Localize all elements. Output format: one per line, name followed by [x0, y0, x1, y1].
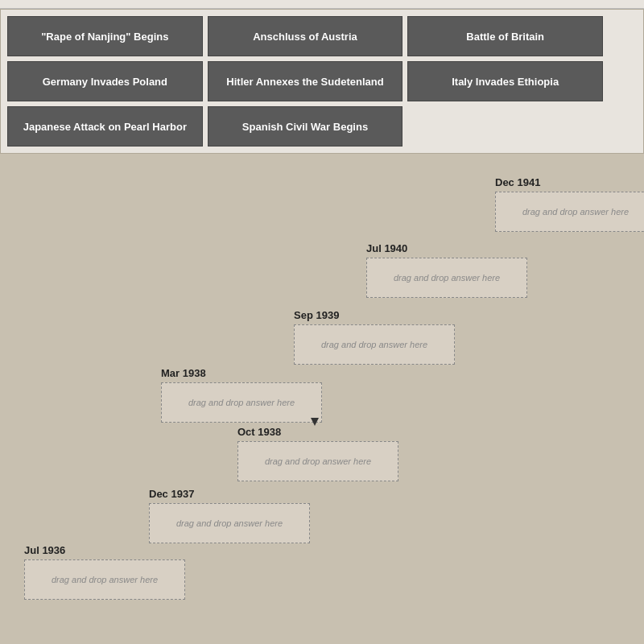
item-card-spanish-civil-war[interactable]: Spanish Civil War Begins — [208, 106, 403, 147]
timeline-entry-jul-1936: Jul 1936drag and drop answer here — [24, 544, 185, 600]
timeline-entry-dec-1941: Dec 1941drag and drop answer here — [495, 176, 644, 232]
item-bank-grid: "Rape of Nanjing" BeginsAnschluss of Aus… — [7, 16, 603, 147]
timeline-entry-oct-1938: Oct 1938drag and drop answer here — [237, 426, 398, 481]
drop-zone-dec-1937[interactable]: drag and drop answer here — [149, 503, 310, 543]
drop-zone-oct-1938[interactable]: drag and drop answer here — [237, 441, 398, 481]
timeline-label-oct-1938: Oct 1938 — [237, 426, 398, 438]
timeline-entry-dec-1937: Dec 1937drag and drop answer here — [149, 488, 310, 543]
item-card-rape-of-nanjing[interactable]: "Rape of Nanjing" Begins — [7, 16, 203, 56]
drop-zone-mar-1938[interactable]: drag and drop answer here — [161, 382, 322, 423]
timeline-label-dec-1941: Dec 1941 — [495, 176, 644, 188]
item-card-hitler-annexes[interactable]: Hitler Annexes the Sudetenland — [208, 61, 403, 101]
timeline-entry-jul-1940: Jul 1940drag and drop answer here — [366, 242, 527, 298]
timeline-label-mar-1938: Mar 1938 — [161, 367, 322, 379]
item-card-japanese-attack[interactable]: Japanese Attack on Pearl Harbor — [7, 106, 203, 147]
drop-zone-sep-1939[interactable]: drag and drop answer here — [294, 324, 455, 365]
timeline-label-jul-1936: Jul 1936 — [24, 544, 185, 556]
drop-zone-jul-1940[interactable]: drag and drop answer here — [366, 258, 527, 298]
item-card-anschluss-austria[interactable]: Anschluss of Austria — [208, 16, 403, 56]
timeline-area: Dec 1941drag and drop answer hereJul 194… — [0, 162, 644, 621]
item-card-battle-of-britain[interactable]: Battle of Britain — [407, 16, 603, 56]
item-card-italy-invades-ethiopia[interactable]: Italy Invades Ethiopia — [407, 61, 603, 101]
item-bank-header — [0, 0, 644, 9]
item-card-germany-invades-poland[interactable]: Germany Invades Poland — [7, 61, 203, 101]
timeline-label-dec-1937: Dec 1937 — [149, 488, 310, 500]
item-bank-container: "Rape of Nanjing" BeginsAnschluss of Aus… — [0, 9, 644, 154]
timeline-entry-mar-1938: Mar 1938drag and drop answer here — [161, 367, 322, 423]
drop-zone-jul-1936[interactable]: drag and drop answer here — [24, 559, 185, 600]
drop-zone-dec-1941[interactable]: drag and drop answer here — [495, 192, 644, 232]
timeline-label-sep-1939: Sep 1939 — [294, 309, 455, 321]
timeline-entry-sep-1939: Sep 1939drag and drop answer here — [294, 309, 455, 365]
cursor-indicator — [311, 418, 319, 426]
timeline-label-jul-1940: Jul 1940 — [366, 242, 527, 254]
